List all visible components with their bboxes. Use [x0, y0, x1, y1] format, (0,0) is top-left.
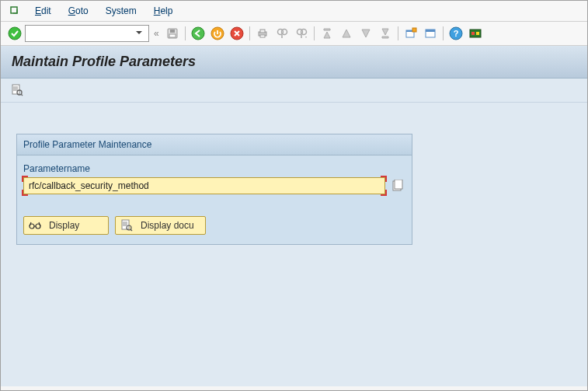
- svg-rect-0: [11, 7, 17, 13]
- glasses-icon: [29, 219, 41, 232]
- required-marker: [381, 176, 387, 182]
- display-all-button[interactable]: [9, 82, 26, 99]
- groupbox-body: Parametername: [17, 155, 412, 244]
- help-button[interactable]: ?: [447, 25, 464, 42]
- last-page-button[interactable]: [377, 25, 394, 42]
- back-button[interactable]: [190, 25, 207, 42]
- menu-item-help[interactable]: Help: [151, 4, 176, 18]
- menu-select-icon[interactable]: [9, 5, 21, 17]
- profile-parameter-groupbox: Profile Parameter Maintenance Parametern…: [16, 134, 412, 245]
- required-marker: [381, 190, 387, 196]
- menu-item-edit[interactable]: Edit: [32, 4, 54, 18]
- svg-rect-17: [412, 28, 416, 32]
- customize-layout-button[interactable]: [467, 25, 484, 42]
- find-button[interactable]: [273, 25, 291, 42]
- svg-rect-4: [169, 34, 176, 37]
- svg-rect-25: [12, 85, 19, 94]
- svg-point-14: [301, 30, 306, 35]
- required-marker: [22, 190, 28, 196]
- save-button[interactable]: [164, 25, 181, 42]
- menu-system-text: System: [106, 5, 137, 16]
- svg-rect-23: [471, 32, 475, 35]
- command-field[interactable]: [25, 25, 149, 42]
- svg-point-12: [281, 30, 287, 35]
- display-docu-button[interactable]: Display docu: [115, 216, 206, 235]
- menu-item-system[interactable]: System: [103, 4, 140, 18]
- parametername-input-wrapper: [23, 177, 385, 194]
- svg-rect-9: [260, 30, 265, 33]
- find-next-button[interactable]: [293, 25, 310, 42]
- parametername-input[interactable]: [27, 180, 381, 192]
- layout-button[interactable]: [422, 25, 439, 42]
- content-area: Profile Parameter Maintenance Parametern…: [1, 103, 587, 386]
- sap-gui-window: Edit Goto System Help «: [0, 0, 588, 391]
- menu-bar: Edit Goto System Help: [1, 1, 587, 21]
- svg-rect-3: [170, 30, 175, 33]
- toolbar-separator: [249, 26, 250, 40]
- first-page-button[interactable]: [318, 25, 336, 42]
- display-docu-button-label: Display docu: [141, 220, 194, 231]
- svg-text:?: ?: [453, 29, 458, 38]
- display-button-label: Display: [49, 220, 79, 231]
- menu-edit-underline: E: [35, 5, 41, 16]
- groupbox-title: Profile Parameter Maintenance: [17, 134, 412, 155]
- svg-rect-19: [426, 30, 435, 32]
- toolbar-separator: [314, 26, 315, 40]
- svg-rect-24: [476, 32, 479, 35]
- parametername-row: [23, 177, 405, 194]
- menu-goto-rest: oto: [75, 5, 89, 16]
- svg-rect-31: [122, 220, 129, 229]
- parametername-label: Parametername: [23, 163, 405, 174]
- svg-point-1: [9, 27, 21, 40]
- button-row: Display Display docu: [23, 216, 405, 235]
- svg-rect-10: [260, 35, 265, 37]
- display-button[interactable]: Display: [23, 216, 109, 235]
- menu-item-goto[interactable]: Goto: [65, 4, 92, 18]
- standard-toolbar: «: [1, 21, 587, 46]
- dropdown-icon[interactable]: [134, 28, 145, 39]
- value-help-button[interactable]: [390, 178, 405, 194]
- print-button[interactable]: [254, 25, 271, 42]
- svg-point-5: [192, 27, 204, 40]
- toolbar-separator: [185, 26, 186, 40]
- toolbar-separator: [398, 26, 398, 40]
- new-session-button[interactable]: [402, 25, 419, 42]
- menu-goto-underline: G: [68, 5, 75, 16]
- page-title: Maintain Profile Parameters: [12, 54, 576, 70]
- svg-rect-28: [395, 180, 402, 189]
- cancel-button[interactable]: [228, 25, 245, 42]
- title-bar: Maintain Profile Parameters: [1, 46, 587, 79]
- enter-button[interactable]: [7, 26, 23, 41]
- next-page-button[interactable]: [357, 25, 374, 42]
- document-search-icon: [120, 219, 133, 232]
- menu-edit-rest: dit: [41, 5, 51, 16]
- toolbar-chevrons: «: [154, 28, 159, 39]
- application-toolbar: [1, 79, 587, 103]
- exit-button[interactable]: [209, 25, 226, 42]
- prev-page-button[interactable]: [338, 25, 355, 42]
- required-marker: [22, 176, 28, 182]
- menu-help-rest: elp: [160, 5, 172, 16]
- toolbar-separator: [443, 26, 444, 40]
